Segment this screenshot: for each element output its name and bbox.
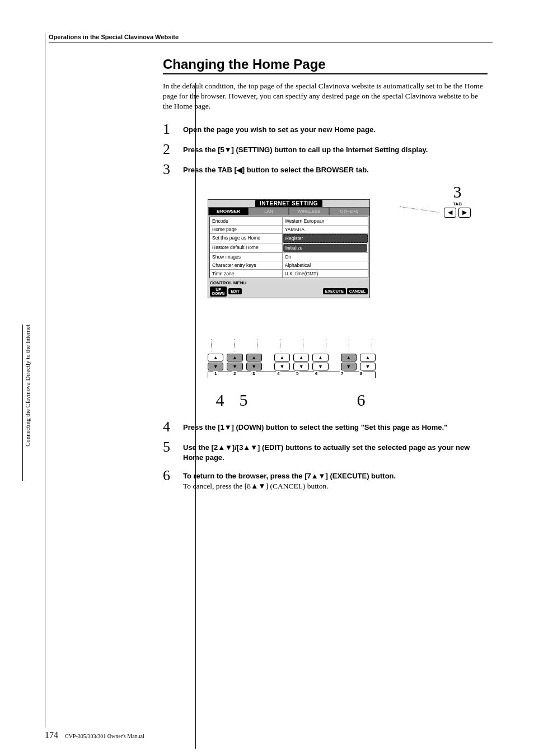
down-button[interactable]: ▼ (312, 363, 328, 370)
callout-leader-line (400, 206, 439, 213)
cm-up-label: UP (212, 288, 224, 292)
page-footer: 174 CVP-305/303/301 Owner's Manual (45, 730, 144, 740)
setting-row: Time zone U.K. time(GMT) (210, 270, 368, 278)
up-button[interactable]: ▲ (208, 354, 223, 361)
up-button[interactable]: ▲ (293, 354, 309, 361)
step-number: 5 (163, 440, 183, 454)
cm-updown-button[interactable]: UP DOWN (210, 287, 227, 297)
step-number: 1 (163, 122, 183, 137)
step-number: 6 (163, 468, 183, 483)
setting-label: Encode (210, 217, 283, 225)
panel-tabs: BROWSER LAN WIRELESS OTHERS (208, 207, 369, 215)
cm-execute-button[interactable]: EXECUTE (323, 288, 346, 294)
setting-value-register[interactable]: Register (283, 234, 368, 243)
bottom-callouts: 4 5 6 (208, 391, 376, 410)
step-4: 4 Press the [1▼] (DOWN) button to select… (163, 420, 488, 434)
step-text-bold: To return to the browser, press the [7▲▼… (183, 472, 396, 480)
setting-label: Character entry keys (210, 261, 283, 269)
setting-value: U.K. time(GMT) (283, 270, 368, 278)
button-7: ▲ ▼ (341, 354, 357, 370)
tab-left-button[interactable]: ◀ (444, 208, 456, 218)
sidebar-section-title: Connecting the Clavinova Directly to the… (22, 325, 31, 481)
setting-value-initialize[interactable]: Initialize (283, 244, 367, 252)
up-button[interactable]: ▲ (312, 354, 328, 361)
btn-label-3: 3 (251, 371, 256, 376)
down-button[interactable]: ▼ (274, 363, 290, 370)
setting-row: Home page YAMAHA (210, 226, 368, 234)
step-text: Press the [1▼] (DOWN) button to select t… (183, 423, 447, 431)
btn-label-7: 7 (340, 371, 344, 376)
intro-paragraph: In the default condition, the top page o… (163, 81, 488, 112)
tab-right-button[interactable]: ▶ (458, 208, 471, 218)
setting-row: Character entry keys Alphabetical (210, 261, 368, 270)
button-3: ▲ ▼ (246, 354, 262, 370)
step-number: 4 (163, 420, 183, 434)
step-1: 1 Open the page you wish to set as your … (163, 122, 488, 137)
step-text: Press the TAB [◀] button to select the B… (183, 166, 369, 174)
down-button[interactable]: ▼ (341, 363, 357, 370)
button-4: ▲ ▼ (274, 354, 290, 370)
step-text: Press the [5▼] (SETTING) button to call … (183, 145, 428, 154)
down-button[interactable]: ▼ (208, 363, 223, 370)
btn-label-8: 8 (359, 371, 363, 376)
tab-others[interactable]: OTHERS (329, 207, 369, 215)
page-frame: Operations in the Special Clavinova Webs… (45, 34, 493, 727)
up-button[interactable]: ▲ (227, 354, 242, 361)
tab-callout: 3 TAB ◀ ▶ (444, 182, 471, 218)
up-button[interactable]: ▲ (341, 354, 357, 361)
callout-number-5: 5 (232, 391, 255, 410)
button-row: ▲ ▼ ▲ ▼ ▲ ▼ ▲ ▼ (208, 339, 376, 382)
cm-cancel-button[interactable]: CANCEL (347, 288, 368, 294)
setting-label: Show images (210, 253, 283, 261)
cm-down-label: DOWN (212, 292, 224, 295)
button-pairs: ▲ ▼ ▲ ▼ ▲ ▼ ▲ ▼ (208, 354, 376, 370)
callout-number-6: 6 (349, 391, 373, 410)
callout-number-3: 3 (444, 182, 471, 201)
setting-value: Western European (283, 217, 368, 225)
down-button[interactable]: ▼ (293, 363, 309, 370)
down-button[interactable]: ▼ (227, 363, 242, 370)
step-3: 3 Press the TAB [◀] button to select the… (163, 162, 488, 177)
page-number: 174 (45, 730, 58, 740)
button-1: ▲ ▼ (208, 354, 223, 370)
internet-setting-panel: INTERNET SETTING BROWSER LAN WIRELESS OT… (208, 199, 370, 298)
up-button[interactable]: ▲ (274, 354, 290, 361)
btn-label-2: 2 (232, 371, 237, 376)
step-5: 5 Use the [2▲▼]/[3▲▼] (EDIT) buttons to … (163, 440, 488, 463)
setting-value: YAMAHA (283, 226, 368, 233)
tab-browser[interactable]: BROWSER (208, 207, 249, 215)
cm-edit-button[interactable]: EDIT (228, 288, 242, 294)
button-number-labels: 1 2 3 4 5 6 7 8 (208, 372, 376, 382)
up-button[interactable]: ▲ (246, 354, 262, 361)
button-6: ▲ ▼ (312, 354, 328, 370)
step-number: 2 (163, 142, 183, 157)
panel-title: INTERNET SETTING (255, 200, 322, 207)
down-button[interactable]: ▼ (246, 363, 262, 370)
button-8: ▲ ▼ (360, 354, 376, 370)
main-content: Changing the Home Page In the default co… (163, 57, 488, 492)
setting-row: Restore default Home Initialize (210, 243, 368, 253)
manual-reference: CVP-305/303/301 Owner's Manual (65, 733, 144, 739)
btn-label-6: 6 (314, 371, 318, 376)
up-button[interactable]: ▲ (360, 354, 376, 361)
step-text: Open the page you wish to set as your ne… (183, 125, 376, 134)
leader-dots (208, 339, 376, 351)
tab-lan[interactable]: LAN (249, 207, 289, 215)
breadcrumb-rule (49, 43, 493, 43)
down-button[interactable]: ▼ (360, 363, 376, 370)
setting-row: Encode Western European (210, 217, 368, 226)
diagram: 3 TAB ◀ ▶ INTERNET SETTING BROWSER LAN W… (163, 182, 488, 412)
tab-wireless[interactable]: WIRELESS (289, 207, 329, 215)
setting-value: On (283, 253, 368, 261)
setting-label: Home page (210, 226, 283, 233)
setting-label: Time zone (210, 270, 283, 278)
setting-row: Set this page as Home Register (210, 234, 368, 243)
btn-label-5: 5 (295, 371, 299, 376)
callout-number-4: 4 (208, 391, 232, 410)
step-text-plain: To cancel, press the [8▲▼] (CANCEL) butt… (183, 482, 329, 490)
setting-value: Alphabetical (283, 261, 368, 269)
heading-rule (163, 73, 488, 74)
button-2: ▲ ▼ (227, 354, 242, 370)
btn-label-4: 4 (276, 371, 280, 376)
setting-label: Restore default Home (210, 243, 283, 252)
